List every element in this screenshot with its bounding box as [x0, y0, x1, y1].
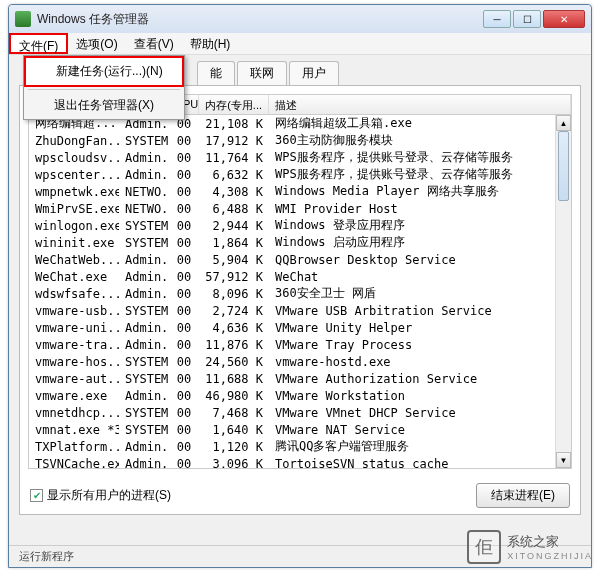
cell-memory: 46,980 K	[199, 389, 269, 403]
table-row[interactable]: vmnat.exe *32SYSTEM001,640 KVMware NAT S…	[29, 421, 571, 438]
cell-user: SYSTEM	[119, 355, 169, 369]
col-memory[interactable]: 内存(专用...	[199, 95, 269, 114]
cell-desc: 360安全卫士 网盾	[269, 285, 571, 302]
cell-cpu: 00	[169, 423, 199, 437]
cell-memory: 7,468 K	[199, 406, 269, 420]
table-row[interactable]: wdswfsafe...Admin...008,096 K360安全卫士 网盾	[29, 285, 571, 302]
cell-cpu: 00	[169, 202, 199, 216]
table-row[interactable]: TXPlatform...Admin...001,120 K腾讯QQ多客户端管理…	[29, 438, 571, 455]
cell-cpu: 00	[169, 253, 199, 267]
cell-memory: 24,560 K	[199, 355, 269, 369]
cell-name: wdswfsafe...	[29, 287, 119, 301]
cell-name: TSVNCache.exe	[29, 457, 119, 470]
cell-name: winlogon.exe	[29, 219, 119, 233]
cell-desc: 腾讯QQ多客户端管理服务	[269, 438, 571, 455]
table-row[interactable]: wpscloudsv...Admin...0011,764 KWPS服务程序，提…	[29, 149, 571, 166]
table-row[interactable]: WeChatWeb...Admin...005,904 KQQBrowser D…	[29, 251, 571, 268]
cell-desc: Windows 登录应用程序	[269, 217, 571, 234]
table-row[interactable]: vmware-tra...Admin...0011,876 KVMware Tr…	[29, 336, 571, 353]
table-row[interactable]: WeChat.exeAdmin...0057,912 KWeChat	[29, 268, 571, 285]
cell-cpu: 00	[169, 440, 199, 454]
table-row[interactable]: wmpnetwk.exeNETWO...004,308 KWindows Med…	[29, 183, 571, 200]
menu-file[interactable]: 文件(F)	[9, 33, 68, 54]
cell-desc: TortoiseSVN status cache	[269, 457, 571, 470]
table-row[interactable]: WmiPrvSE.exeNETWO...006,488 KWMI Provide…	[29, 200, 571, 217]
table-row[interactable]: vmnetdhcp...SYSTEM007,468 KVMware VMnet …	[29, 404, 571, 421]
table-row[interactable]: wpscenter...Admin...006,632 KWPS服务程序，提供账…	[29, 166, 571, 183]
minimize-button[interactable]: ─	[483, 10, 511, 28]
checkbox-checked-icon[interactable]: ✔	[30, 489, 43, 502]
cell-desc: VMware Tray Process	[269, 338, 571, 352]
cell-cpu: 00	[169, 372, 199, 386]
scroll-up-icon[interactable]: ▲	[556, 115, 571, 131]
cell-memory: 6,488 K	[199, 202, 269, 216]
cell-name: WmiPrvSE.exe	[29, 202, 119, 216]
cell-cpu: 00	[169, 185, 199, 199]
cell-user: SYSTEM	[119, 304, 169, 318]
cell-desc: VMware Authorization Service	[269, 372, 571, 386]
table-row[interactable]: TSVNCache.exeAdmin...003,096 KTortoiseSV…	[29, 455, 571, 469]
cell-name: WeChat.exe	[29, 270, 119, 284]
menu-options[interactable]: 选项(O)	[68, 33, 125, 54]
cell-desc: 网络编辑超级工具箱.exe	[269, 115, 571, 132]
cell-user: SYSTEM	[119, 372, 169, 386]
cell-cpu: 00	[169, 270, 199, 284]
watermark-text: 系统之家	[507, 533, 593, 551]
cell-desc: vmware-hostd.exe	[269, 355, 571, 369]
process-rows[interactable]: 网络编辑超...Admin...0021,108 K网络编辑超级工具箱.exeZ…	[29, 115, 571, 469]
table-row[interactable]: winlogon.exeSYSTEM002,944 KWindows 登录应用程…	[29, 217, 571, 234]
table-row[interactable]: ZhuDongFan...SYSTEM0017,912 K360主动防御服务模块	[29, 132, 571, 149]
cell-desc: VMware USB Arbitration Service	[269, 304, 571, 318]
close-button[interactable]: ✕	[543, 10, 585, 28]
table-row[interactable]: vmware.exeAdmin...0046,980 KVMware Works…	[29, 387, 571, 404]
vertical-scrollbar[interactable]: ▲ ▼	[555, 115, 571, 468]
cell-memory: 6,632 K	[199, 168, 269, 182]
scroll-down-icon[interactable]: ▼	[556, 452, 571, 468]
table-row[interactable]: wininit.exeSYSTEM001,864 KWindows 启动应用程序	[29, 234, 571, 251]
menu-help[interactable]: 帮助(H)	[182, 33, 239, 54]
table-row[interactable]: vmware-aut...SYSTEM0011,688 KVMware Auth…	[29, 370, 571, 387]
cell-user: NETWO...	[119, 185, 169, 199]
table-row[interactable]: vmware-hos...SYSTEM0024,560 Kvmware-host…	[29, 353, 571, 370]
cell-cpu: 00	[169, 355, 199, 369]
cell-cpu: 00	[169, 168, 199, 182]
cell-user: Admin...	[119, 440, 169, 454]
cell-cpu: 00	[169, 236, 199, 250]
table-row[interactable]: vmware-uni...Admin...004,636 KVMware Uni…	[29, 319, 571, 336]
menu-exit[interactable]: 退出任务管理器(X)	[24, 92, 184, 119]
end-process-button[interactable]: 结束进程(E)	[476, 483, 570, 508]
window-controls: ─ ☐ ✕	[483, 10, 585, 28]
cell-user: Admin...	[119, 168, 169, 182]
cell-desc: WPS服务程序，提供账号登录、云存储等服务	[269, 166, 571, 183]
cell-cpu: 00	[169, 389, 199, 403]
watermark: 佢 系统之家 XITONGZHIJIA	[467, 530, 593, 564]
col-description[interactable]: 描述	[269, 95, 571, 114]
cell-name: vmware-hos...	[29, 355, 119, 369]
cell-memory: 3,096 K	[199, 457, 269, 470]
menu-view[interactable]: 查看(V)	[126, 33, 182, 54]
maximize-button[interactable]: ☐	[513, 10, 541, 28]
cell-user: SYSTEM	[119, 134, 169, 148]
cell-name: WeChatWeb...	[29, 253, 119, 267]
tab-users[interactable]: 用户	[289, 61, 339, 85]
cell-desc: Windows Media Player 网络共享服务	[269, 183, 571, 200]
tab-networking[interactable]: 联网	[237, 61, 287, 85]
cell-name: vmware-uni...	[29, 321, 119, 335]
status-text: 运行新程序	[19, 550, 74, 562]
show-all-users-row[interactable]: ✔ 显示所有用户的进程(S)	[30, 487, 171, 504]
cell-memory: 5,904 K	[199, 253, 269, 267]
menu-new-task[interactable]: 新建任务(运行...)(N)	[24, 56, 184, 87]
cell-desc: Windows 启动应用程序	[269, 234, 571, 251]
scroll-thumb[interactable]	[558, 131, 569, 201]
cell-memory: 17,912 K	[199, 134, 269, 148]
table-row[interactable]: vmware-usb...SYSTEM002,724 KVMware USB A…	[29, 302, 571, 319]
cell-name: vmware.exe	[29, 389, 119, 403]
tab-performance[interactable]: 能	[197, 61, 235, 85]
cell-name: vmnat.exe *32	[29, 423, 119, 437]
titlebar[interactable]: Windows 任务管理器 ─ ☐ ✕	[9, 5, 591, 33]
app-icon	[15, 11, 31, 27]
cell-desc: WeChat	[269, 270, 571, 284]
cell-user: SYSTEM	[119, 236, 169, 250]
process-list: CPU 内存(专用... 描述 网络编辑超...Admin...0021,108…	[28, 94, 572, 469]
cell-cpu: 00	[169, 287, 199, 301]
